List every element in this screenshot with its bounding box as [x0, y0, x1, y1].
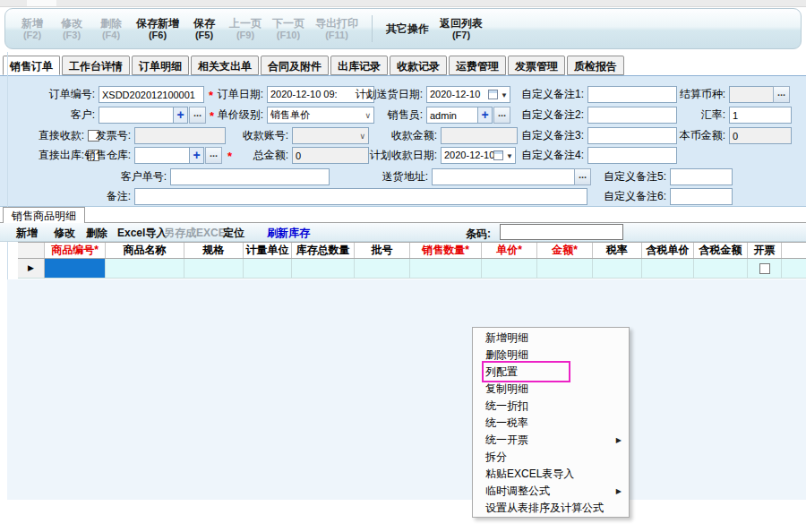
locate-button[interactable]: 定位 — [223, 226, 244, 241]
settle-currency-label: 结算币种: — [666, 86, 725, 103]
export-print-button[interactable]: 导出打印 (F11) — [310, 17, 364, 41]
grid-header-spec[interactable]: 规格 — [184, 243, 244, 258]
tab-sales-order[interactable]: 销售订单 — [3, 56, 60, 75]
menu-item-temp-formula[interactable]: 临时调整公式 ▶ — [473, 483, 629, 500]
custom-note3-input[interactable] — [587, 127, 677, 144]
save-as-excel-button[interactable]: 另存成EXCEL — [164, 226, 232, 241]
custom-note5-input[interactable] — [670, 168, 733, 185]
menu-item-uniform-discount[interactable]: 统一折扣 — [473, 398, 629, 415]
cell-spec[interactable] — [184, 259, 244, 279]
tab-receipt-records[interactable]: 收款记录 — [390, 56, 447, 75]
detail-edit-button[interactable]: 修改 — [54, 226, 75, 241]
tab-freight-management[interactable]: 运费管理 — [449, 56, 506, 75]
custom-note6-input[interactable] — [670, 188, 733, 205]
invoice-no-input[interactable] — [134, 127, 226, 144]
cell-invoiced[interactable] — [748, 259, 782, 279]
delivery-address-browse-button[interactable]: ... — [574, 168, 591, 185]
grid-header-unit[interactable]: 计量单位 — [244, 243, 292, 258]
save-button[interactable]: 保存 (F5) — [184, 17, 224, 41]
detail-tab-product-list[interactable]: 销售商品明细 — [3, 207, 85, 223]
cell-tax-price[interactable] — [642, 259, 694, 279]
warehouse-add-button[interactable]: + — [189, 147, 204, 164]
refresh-stock-button[interactable]: 刷新库存 — [267, 226, 310, 241]
customer-order-no-input[interactable] — [170, 168, 330, 185]
menu-item-sort-calc-formula[interactable]: 设置从表排序及计算公式 — [473, 500, 629, 517]
delivery-address-input[interactable] — [432, 168, 575, 185]
edit-button[interactable]: 修改 (F3) — [52, 17, 91, 41]
grid-header-selector[interactable] — [18, 243, 45, 258]
menu-item-uniform-tax-rate[interactable]: 统一税率 — [473, 415, 629, 432]
remark-input[interactable] — [134, 188, 587, 205]
plan-receipt-date-picker[interactable]: 2020-12-10 ▼ — [441, 147, 516, 164]
tab-quality-report[interactable]: 质检报告 — [567, 56, 624, 75]
tab-related-expense[interactable]: 相关支出单 — [191, 56, 259, 75]
cell-unit[interactable] — [244, 259, 292, 279]
exchange-rate-input[interactable] — [729, 107, 792, 124]
grid-header-tax-price[interactable]: 含税单价 — [642, 243, 694, 258]
cell-product-name[interactable] — [106, 259, 184, 279]
plan-delivery-date-picker[interactable]: 2020-12-10 ▼ — [426, 86, 510, 103]
menu-item-split[interactable]: 拆分 — [473, 449, 629, 466]
cell-sales-qty[interactable] — [410, 259, 482, 279]
grid-header-batch-no[interactable]: 批号 — [355, 243, 410, 258]
grid-header-product-name[interactable]: 商品名称 — [106, 243, 184, 258]
custom-note1-input[interactable] — [587, 86, 677, 103]
cell-unit-price[interactable] — [482, 259, 537, 279]
tab-workbench-detail[interactable]: 工作台详情 — [62, 56, 130, 75]
cell-stock-qty[interactable] — [292, 259, 355, 279]
detail-add-button[interactable]: 新增 — [16, 226, 38, 241]
invoiced-checkbox[interactable] — [759, 263, 770, 274]
cell-filler — [782, 259, 806, 279]
warehouse-input[interactable] — [134, 147, 190, 164]
cell-tax-rate[interactable] — [593, 259, 642, 279]
customer-browse-button[interactable]: ... — [189, 107, 206, 124]
excel-import-button[interactable]: Excel导入 — [117, 226, 167, 241]
grid-header-stock-qty[interactable]: 库存总数量 — [292, 243, 355, 258]
other-actions-button[interactable]: 其它操作 — [381, 22, 434, 35]
next-page-button[interactable]: 下一页 (F10) — [267, 17, 310, 41]
cell-amount[interactable] — [537, 259, 593, 279]
customer-add-button[interactable]: + — [173, 107, 188, 124]
back-to-list-button-fkey: (F7) — [440, 30, 483, 41]
detail-delete-button[interactable]: 删除 — [86, 226, 107, 241]
back-to-list-button[interactable]: 返回列表 (F7) — [434, 17, 488, 41]
grid-header-tax-rate[interactable]: 税率 — [593, 243, 642, 258]
order-no-input[interactable] — [99, 86, 204, 103]
grid-empty-area[interactable] — [7, 279, 806, 500]
cell-batch-no[interactable] — [355, 259, 410, 279]
menu-item-paste-excel-import[interactable]: 粘贴EXCEL表导入 — [473, 466, 629, 483]
cell-product-code[interactable] — [45, 259, 106, 279]
menu-item-add-detail[interactable]: 新增明细 — [473, 330, 629, 347]
settle-currency-browse-button[interactable]: ... — [773, 86, 790, 103]
salesman-input[interactable] — [426, 107, 478, 124]
grid-header-unit-price[interactable]: 单价* — [482, 243, 537, 258]
tab-outbound-records[interactable]: 出库记录 — [330, 56, 388, 75]
add-button[interactable]: 新增 (F2) — [13, 17, 52, 41]
salesman-add-button[interactable]: + — [477, 107, 493, 124]
grid-header-invoiced[interactable]: 开票 — [748, 243, 782, 258]
local-amount-input[interactable] — [729, 127, 792, 144]
customer-input[interactable] — [99, 107, 174, 124]
barcode-input[interactable] — [500, 224, 623, 240]
custom-note4-input[interactable] — [587, 147, 677, 164]
save-as-new-button[interactable]: 保存新增 (F6) — [131, 17, 184, 41]
custom-note2-input[interactable] — [587, 107, 677, 124]
warehouse-browse-button[interactable]: ... — [205, 147, 222, 164]
grid-header-sales-qty[interactable]: 销售数量* — [410, 243, 482, 258]
delete-button[interactable]: 删除 (F4) — [91, 17, 131, 41]
cell-tax-amount[interactable] — [694, 259, 748, 279]
prev-page-button[interactable]: 上一页 (F9) — [224, 17, 267, 41]
tab-contract-attachments[interactable]: 合同及附件 — [261, 56, 329, 75]
tab-order-detail[interactable]: 订单明细 — [132, 56, 189, 75]
grid-header-tax-amount[interactable]: 含税金额 — [694, 243, 748, 258]
menu-item-uniform-invoice[interactable]: 统一开票 ▶ — [473, 432, 629, 449]
receipt-amount-input[interactable] — [441, 127, 518, 144]
receipt-account-select[interactable]: ∨ — [292, 127, 369, 144]
row-selector-cell[interactable]: ▶ — [18, 259, 45, 279]
grid-header-amount[interactable]: 金额* — [537, 243, 593, 258]
tab-invoice-management[interactable]: 发票管理 — [508, 56, 565, 75]
grid-header-product-code[interactable]: 商品编号* — [45, 243, 106, 258]
salesman-browse-button[interactable]: ... — [493, 107, 510, 124]
menu-item-copy-detail[interactable]: 复制明细 — [473, 381, 629, 398]
settle-currency-input[interactable] — [729, 86, 774, 103]
